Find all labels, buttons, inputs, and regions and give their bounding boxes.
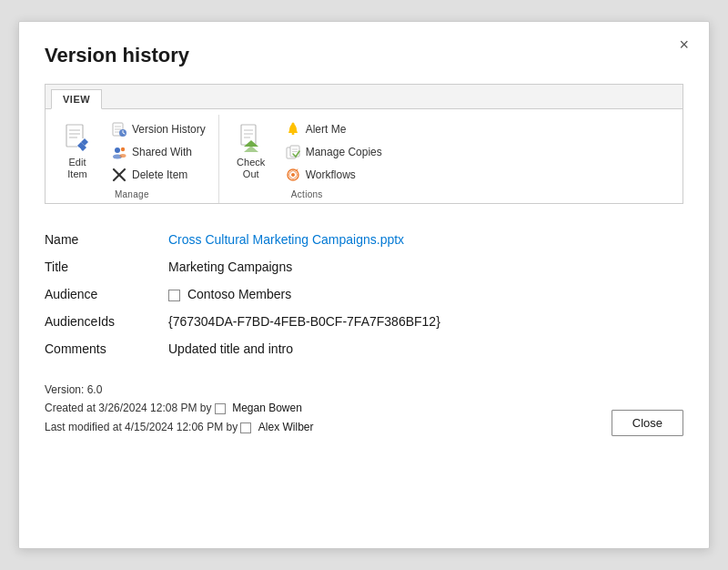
dialog-title: Version history — [45, 44, 683, 67]
audience-value: Contoso Members — [187, 287, 291, 301]
footer-version: Version: 6.0 — [45, 381, 314, 399]
version-history-dialog: Version history × VIEW — [18, 21, 710, 549]
created-user-checkbox — [215, 403, 226, 414]
edit-item-button[interactable]: EditItem — [53, 118, 102, 184]
info-value-audience: Contoso Members — [163, 280, 683, 308]
svg-point-30 — [291, 173, 295, 177]
workflows-icon — [285, 167, 301, 183]
manage-group-label: Manage — [53, 186, 211, 203]
svg-point-16 — [120, 154, 126, 158]
ribbon-body: EditItem — [46, 109, 682, 203]
check-out-icon — [235, 122, 268, 155]
delete-item-label: Delete Item — [132, 168, 187, 181]
modified-user-checkbox — [240, 422, 251, 433]
shared-with-icon — [111, 144, 127, 160]
close-button[interactable]: Close — [612, 410, 683, 436]
ribbon-tab-view[interactable]: VIEW — [51, 89, 102, 109]
version-history-icon — [111, 121, 127, 137]
info-value-name: Cross Cultural Marketing Campaigns.pptx — [163, 226, 683, 253]
ribbon-tabs: VIEW — [46, 85, 682, 109]
version-history-button[interactable]: Version History — [106, 118, 211, 140]
version-history-label: Version History — [132, 123, 206, 136]
ribbon-group-actions-content: CheckOut Alert Me — [227, 118, 388, 186]
footer-created: Created at 3/26/2024 12:08 PM by Megan B… — [45, 399, 314, 417]
actions-group-label: Actions — [227, 186, 388, 203]
check-out-label: CheckOut — [237, 157, 265, 180]
created-user: Megan Bowen — [232, 402, 302, 414]
shared-with-label: Shared With — [132, 146, 192, 158]
footer-modified: Last modified at 4/15/2024 12:06 PM by A… — [45, 418, 314, 436]
svg-point-14 — [121, 148, 125, 151]
svg-rect-19 — [241, 125, 256, 145]
info-label-comments: Comments — [45, 335, 163, 362]
svg-rect-23 — [291, 133, 294, 135]
info-label-title: Title — [45, 253, 163, 280]
dialog-close-button[interactable]: × — [673, 35, 694, 55]
info-value-audienceids: {767304DA-F7BD-4FEB-B0CF-7FA7F386BF12} — [163, 308, 683, 335]
info-row-title: Title Marketing Campaigns — [45, 253, 683, 280]
info-label-audienceids: AudienceIds — [45, 308, 163, 335]
info-row-audience: Audience Contoso Members — [45, 280, 683, 308]
footer-info: Version: 6.0 Created at 3/26/2024 12:08 … — [45, 381, 314, 436]
check-out-button[interactable]: CheckOut — [227, 118, 276, 184]
alert-me-label: Alert Me — [306, 123, 347, 136]
modified-user: Alex Wilber — [258, 421, 314, 433]
delete-item-button[interactable]: Delete Item — [106, 164, 211, 186]
ribbon-group-actions: CheckOut Alert Me — [219, 115, 395, 203]
file-link[interactable]: Cross Cultural Marketing Campaigns.pptx — [168, 232, 404, 247]
ribbon-group-manage-content: EditItem — [53, 118, 211, 186]
ribbon-group-manage: EditItem — [46, 115, 219, 203]
alert-me-icon — [285, 121, 301, 137]
info-label-name: Name — [45, 226, 163, 253]
manage-copies-label: Manage Copies — [306, 146, 382, 158]
delete-item-icon — [111, 167, 127, 183]
actions-small-buttons: Alert Me — [279, 118, 388, 186]
manage-copies-button[interactable]: Manage Copies — [279, 141, 388, 163]
info-row-comments: Comments Updated title and intro — [45, 335, 683, 362]
alert-me-button[interactable]: Alert Me — [279, 118, 388, 140]
edit-item-icon — [61, 122, 94, 155]
svg-point-24 — [291, 123, 294, 126]
shared-with-button[interactable]: Shared With — [106, 141, 211, 163]
workflows-button[interactable]: Workflows — [279, 164, 388, 186]
info-row-name: Name Cross Cultural Marketing Campaigns.… — [45, 226, 683, 253]
info-row-audienceids: AudienceIds {767304DA-F7BD-4FEB-B0CF-7FA… — [45, 308, 683, 335]
info-table: Name Cross Cultural Marketing Campaigns.… — [45, 226, 683, 362]
manage-small-buttons: Version History Shar — [106, 118, 211, 186]
svg-point-13 — [115, 148, 120, 153]
edit-item-label: EditItem — [67, 157, 86, 180]
info-value-comments: Updated title and intro — [163, 335, 683, 362]
audience-checkbox[interactable] — [168, 290, 180, 301]
info-label-audience: Audience — [45, 280, 163, 308]
ribbon: VIEW — [45, 84, 683, 204]
workflows-label: Workflows — [306, 168, 356, 181]
dialog-footer: Version: 6.0 Created at 3/26/2024 12:08 … — [45, 381, 683, 436]
info-value-title: Marketing Campaigns — [163, 253, 683, 280]
manage-copies-icon — [285, 144, 301, 160]
